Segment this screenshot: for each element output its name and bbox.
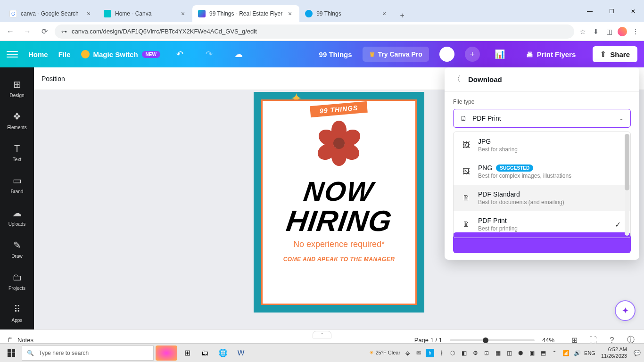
print-icon: 🖶 [526,50,533,58]
window-controls: — ☐ ✕ [579,0,644,22]
site-info-icon[interactable]: ⊶ [61,28,67,35]
weather-widget[interactable]: ☀ 25°F Clear [369,350,400,356]
tray-icon[interactable]: ▦ [494,349,502,357]
tray-icon[interactable]: ✉ [414,349,423,357]
rail-design[interactable]: ⊞Design [0,72,34,104]
taskbar-search[interactable]: 🔍 Type here to search [22,346,154,361]
try-pro-button[interactable]: ♛ Try Canva Pro [363,47,429,62]
browser-tab[interactable]: G canva - Google Search × [4,5,98,22]
tray-icon[interactable]: ⌃ [550,349,559,357]
tray-icon[interactable]: ⬒ [539,349,547,357]
tray-icon[interactable]: b [426,349,434,357]
tray-icon[interactable]: ◫ [505,349,513,357]
print-flyers-button[interactable]: 🖶 Print Flyers [520,47,583,62]
option-pdf-print[interactable]: 🗎 PDF Print Best for printing ✓ [454,211,630,238]
option-jpg[interactable]: 🖼 JPG Best for sharing [454,132,630,158]
option-pdf-standard[interactable]: 🗎 PDF Standard Best for documents (and e… [454,185,630,211]
flower-graphic[interactable] [315,120,363,167]
document-title[interactable]: 99 Things [319,50,352,58]
tray-icon[interactable]: ⬢ [516,349,525,357]
close-icon[interactable]: × [380,10,388,17]
bluetooth-icon[interactable]: ᚼ [437,349,446,357]
browser-tab[interactable]: 99 Things × [299,5,394,22]
rail-draw[interactable]: ✎Draw [0,233,34,265]
flyer-canvas[interactable]: ✦ ✦ ✦ ✦ 99 THINGS NOW HIRING No experien… [254,92,424,313]
bookmark-icon[interactable]: ☆ [578,27,587,36]
task-view-icon[interactable]: ⊞ [179,346,195,361]
reader-icon[interactable]: ◫ [604,27,614,36]
notifications-icon[interactable]: 💬 [633,349,641,357]
position-button[interactable]: Position [41,75,65,82]
tray-icon[interactable]: ⬡ [448,349,457,357]
tray-icon[interactable]: ▣ [528,349,536,357]
back-button[interactable]: ← [4,25,17,38]
tray-icon[interactable]: ◧ [460,349,468,357]
forward-button[interactable]: → [21,25,34,38]
close-icon[interactable]: × [179,10,187,17]
magic-switch-button[interactable]: Magic Switch NEW [81,50,160,58]
profile-avatar[interactable] [618,27,627,36]
back-icon[interactable]: 〈 [453,74,461,84]
start-button[interactable] [3,346,20,361]
analytics-icon[interactable]: 📊 [490,45,509,64]
reload-button[interactable]: ⟳ [38,25,51,38]
minimize-button[interactable]: — [579,0,601,22]
magic-switch-label: Magic Switch [93,50,138,58]
notes-label: Notes [17,337,33,344]
time-text: 6:52 AM [608,346,627,353]
flyer-heading-hiring[interactable]: HIRING [284,204,394,238]
tray-icon[interactable]: ⬙ [403,349,412,357]
browser-tab[interactable]: Home - Canva × [98,5,192,22]
zoom-slider[interactable] [450,339,535,341]
tab-title: Home - Canva [115,10,175,17]
cloud-sync-icon[interactable]: ☁ [229,45,248,64]
redo-button[interactable]: ↷ [200,45,219,64]
share-button[interactable]: ⇧ Share [593,46,637,62]
page-expand-handle[interactable]: ⌃ [313,331,331,338]
download-icon[interactable]: ⬇ [591,27,601,36]
close-icon[interactable]: × [286,10,294,17]
volume-icon[interactable]: 🔊 [573,349,581,357]
rail-brand[interactable]: ▭Brand [0,169,34,201]
home-link[interactable]: Home [28,50,48,58]
menu-button[interactable] [7,49,18,60]
language-indicator[interactable]: ENG [584,350,595,356]
rail-elements[interactable]: ❖Elements [0,104,34,136]
rail-apps[interactable]: ⠿Apps [0,297,34,329]
file-explorer-icon[interactable]: 🗂 [197,346,213,361]
flyer-heading-now[interactable]: NOW [302,175,376,207]
tray-icon[interactable]: ⚙ [471,349,479,357]
scrollbar-thumb[interactable] [625,134,629,190]
rail-projects[interactable]: 🗀Projects [0,265,34,297]
close-icon[interactable]: × [85,10,92,17]
flyer-footer-text[interactable]: COME AND APEAK TO THE MANAGER [283,256,395,263]
file-menu[interactable]: File [58,50,71,58]
user-avatar[interactable] [439,47,454,62]
tab-title: 99 Things - Real Estate Flyer [209,10,282,17]
file-type-select[interactable]: 🗎 PDF Print ⌄ [453,109,631,128]
chrome-icon[interactable]: 🌐 [215,346,231,361]
rail-uploads[interactable]: ☁Uploads [0,201,34,233]
page-indicator[interactable]: Page 1 / 1 [414,337,442,344]
maximize-button[interactable]: ☐ [601,0,622,22]
flyer-banner[interactable]: 99 THINGS [310,101,368,117]
add-collaborator-button[interactable]: + [465,47,480,62]
zoom-value[interactable]: 44% [542,337,561,344]
notes-button[interactable]: 🗒 Notes [8,337,33,344]
undo-button[interactable]: ↶ [171,45,190,64]
clock[interactable]: 6:52 AM 11/26/2023 [598,346,630,359]
flyer-subtext[interactable]: No experience required* [293,239,385,249]
magic-assist-button[interactable]: ✦ [615,300,636,321]
word-icon[interactable]: W [233,346,249,361]
rail-text[interactable]: TText [0,137,34,169]
new-tab-button[interactable]: + [396,9,409,22]
zoom-thumb[interactable] [483,337,488,343]
chrome-menu-icon[interactable]: ⋮ [631,27,640,36]
option-png[interactable]: 🖼 PNG SUGGESTED Best for complex images,… [454,158,630,185]
close-window-button[interactable]: ✕ [622,0,644,22]
tray-icon[interactable]: ⊡ [482,349,491,357]
browser-tab-active[interactable]: 99 Things - Real Estate Flyer × [192,5,299,22]
wifi-icon[interactable]: 📶 [561,349,570,357]
url-input[interactable]: ⊶ canva.com/design/DAF1Q6Vlrrc/FBTc4YX2K… [55,25,574,39]
taskbar-app[interactable] [156,346,177,361]
